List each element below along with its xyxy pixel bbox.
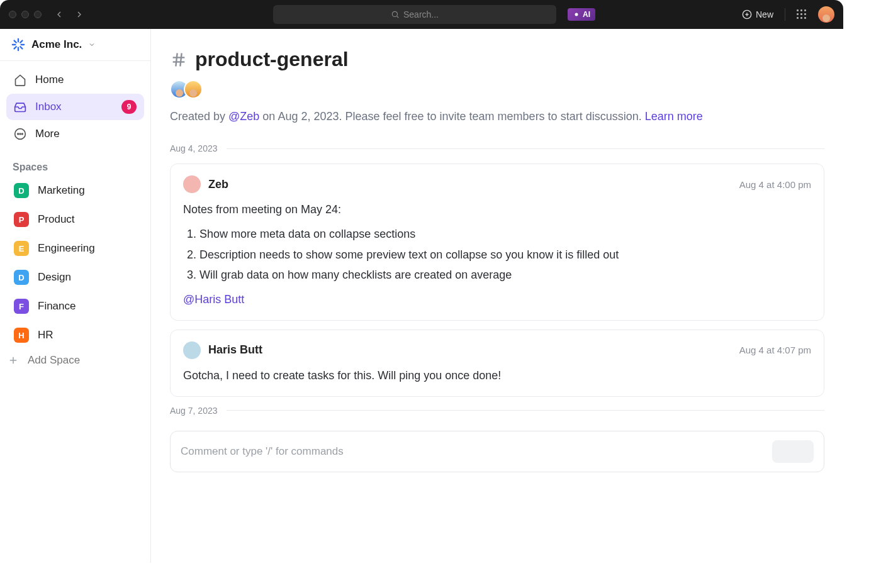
svg-point-2 <box>575 13 578 16</box>
svg-line-12 <box>14 47 16 48</box>
app-window: Search... AI New <box>0 0 843 563</box>
svg-point-16 <box>20 133 21 135</box>
messages-list: ZebAug 4 at 4:00 pmNotes from meeting on… <box>170 164 824 397</box>
message-time: Aug 4 at 4:07 pm <box>739 345 811 355</box>
message: ZebAug 4 at 4:00 pmNotes from meeting on… <box>170 164 824 321</box>
space-item[interactable]: DDesign <box>6 265 144 290</box>
space-avatar: H <box>14 328 29 343</box>
svg-line-23 <box>180 53 181 66</box>
channel-members[interactable] <box>170 80 824 99</box>
svg-point-0 <box>392 11 397 16</box>
space-item[interactable]: DMarketing <box>6 178 144 203</box>
space-label: HR <box>38 329 53 341</box>
space-label: Product <box>38 213 75 226</box>
sidebar-item-more[interactable]: More <box>6 121 144 147</box>
date-divider: Aug 4, 2023 <box>170 143 824 153</box>
composer-input[interactable] <box>181 445 772 458</box>
svg-line-1 <box>397 16 399 18</box>
space-avatar: E <box>14 241 29 256</box>
search-input[interactable]: Search... <box>273 5 556 24</box>
new-button[interactable]: New <box>742 9 773 19</box>
sidebar-item-inbox[interactable]: Inbox 9 <box>6 94 144 120</box>
window-controls[interactable] <box>9 11 42 18</box>
sparkle-icon <box>573 11 580 18</box>
message-author: Haris Butt <box>208 343 262 357</box>
svg-point-15 <box>18 133 19 135</box>
inbox-badge: 9 <box>121 100 137 114</box>
search-placeholder: Search... <box>403 9 439 19</box>
user-avatar[interactable] <box>818 6 834 23</box>
hash-icon <box>170 51 188 69</box>
plus-circle-icon <box>742 9 752 19</box>
workspace-switcher[interactable]: Acme Inc. <box>0 29 150 61</box>
space-label: Design <box>38 271 71 284</box>
svg-line-13 <box>20 41 22 43</box>
channel-name: product-general <box>195 48 349 71</box>
space-label: Finance <box>38 300 76 313</box>
inbox-icon <box>14 101 26 113</box>
sidebar: Acme Inc. Home Inbox 9 More Spaces <box>0 29 151 563</box>
svg-line-22 <box>176 53 177 66</box>
svg-line-11 <box>20 47 22 48</box>
date-divider: Aug 7, 2023 <box>170 406 824 416</box>
message-body: Notes from meeting on May 24:Show more m… <box>183 201 811 309</box>
apps-grid-icon[interactable] <box>797 9 807 19</box>
workspace-logo-icon <box>11 38 25 52</box>
space-label: Marketing <box>38 184 85 197</box>
composer[interactable] <box>170 431 824 472</box>
topbar: Search... AI New <box>0 0 843 29</box>
learn-more-link[interactable]: Learn more <box>645 110 703 123</box>
message-time: Aug 4 at 4:00 pm <box>739 179 811 190</box>
space-label: Engineering <box>38 242 95 255</box>
home-icon <box>14 74 26 86</box>
chevron-down-icon <box>88 41 96 48</box>
message-author: Zeb <box>208 178 228 191</box>
message-avatar <box>183 341 201 359</box>
back-icon[interactable] <box>54 9 64 19</box>
add-space-button[interactable]: Add Space <box>0 348 150 373</box>
svg-line-10 <box>14 41 16 43</box>
svg-point-17 <box>22 133 23 135</box>
space-avatar: F <box>14 299 29 314</box>
creator-mention[interactable]: @Zeb <box>228 110 259 123</box>
plus-icon <box>8 355 19 366</box>
space-item[interactable]: PProduct <box>6 207 144 232</box>
space-avatar: P <box>14 212 29 227</box>
space-avatar: D <box>14 183 29 198</box>
space-item[interactable]: FFinance <box>6 294 144 319</box>
spaces-heading: Spaces <box>0 149 150 178</box>
forward-icon[interactable] <box>74 9 84 19</box>
message: Haris ButtAug 4 at 4:07 pmGotcha, I need… <box>170 330 824 397</box>
message-body: Gotcha, I need to create tasks for this.… <box>183 367 811 385</box>
space-avatar: D <box>14 270 29 285</box>
more-icon <box>14 128 26 140</box>
channel-title: product-general <box>170 48 824 71</box>
spaces-list: DMarketingPProductEEngineeringDDesignFFi… <box>0 178 150 348</box>
search-icon <box>391 10 400 19</box>
sidebar-item-home[interactable]: Home <box>6 67 144 92</box>
ai-button[interactable]: AI <box>568 8 595 21</box>
main-content: product-general Created by @Zeb on Aug 2… <box>151 29 843 563</box>
send-button[interactable] <box>772 440 814 463</box>
channel-description: Created by @Zeb on Aug 2, 2023. Please f… <box>170 110 824 123</box>
member-avatar <box>184 80 203 99</box>
workspace-name: Acme Inc. <box>31 38 82 51</box>
space-item[interactable]: HHR <box>6 323 144 348</box>
mention[interactable]: @Haris Butt <box>183 291 811 309</box>
space-item[interactable]: EEngineering <box>6 236 144 261</box>
message-avatar <box>183 175 201 193</box>
